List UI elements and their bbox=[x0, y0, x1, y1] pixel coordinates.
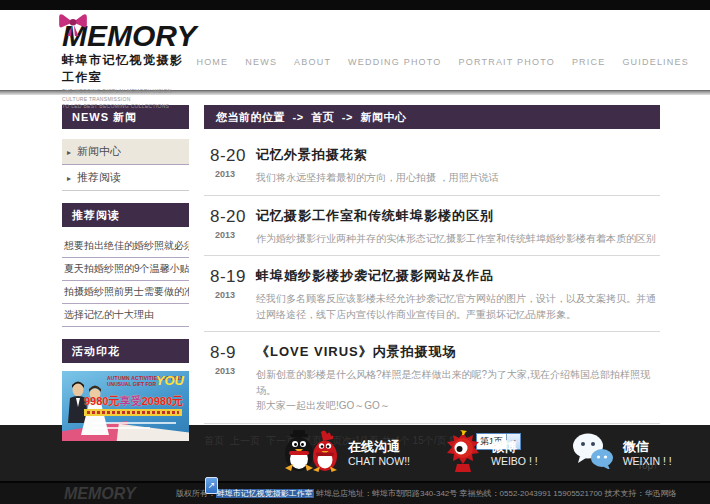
nav-portrait-photo[interactable]: PORTRAIT PHOTO bbox=[459, 57, 555, 71]
news-date-block: 8-19 2013 bbox=[204, 267, 252, 322]
arrow-bullet-icon bbox=[67, 140, 71, 165]
news-summary: 作为婚纱摄影行业两种并存的实体形态记忆摄影工作室和传统蚌埠婚纱影楼有着本质的区别 bbox=[256, 231, 660, 247]
banner-line2: UNUSUAL GIFT FOR bbox=[107, 381, 156, 387]
weixin-subtitle: WEIXIN ! ! bbox=[623, 455, 672, 467]
qq-chat-title: 在线沟通 bbox=[348, 439, 410, 455]
copyright-text: 版权所有：蚌埠市记忆视觉摄影工作室 蚌埠总店地址：蚌埠市朝阳路340-342号 … bbox=[176, 488, 677, 499]
news-date-block: 8-9 2013 bbox=[204, 343, 252, 414]
footer-logo: MEMORY bbox=[64, 485, 136, 503]
sidebar: NEWS 新闻 新闻中心 推荐阅读 推荐阅读 想要拍出绝佳的婚纱照就必须知 夏天… bbox=[62, 105, 189, 425]
recommend-link[interactable]: 想要拍出绝佳的婚纱照就必须知 bbox=[62, 235, 189, 258]
recommend-link[interactable]: 拍摄婚纱照前男士需要做的准备 bbox=[62, 281, 189, 304]
nav-home[interactable]: HOME bbox=[196, 57, 228, 71]
banner-you: YOU bbox=[156, 373, 184, 388]
news-title[interactable]: 蚌埠婚纱影楼抄袭记忆摄影网站及作品 bbox=[256, 267, 660, 285]
news-item: 8-20 2013 记忆摄影工作室和传统蚌埠影楼的区别 作为婚纱摄影行业两种并存… bbox=[204, 196, 660, 257]
sidebar-menu: 新闻中心 推荐阅读 bbox=[62, 139, 189, 191]
news-date: 8-20 bbox=[210, 207, 252, 227]
weixin-block[interactable]: 微信 WEIXIN ! ! bbox=[572, 433, 672, 473]
news-item: 8-20 2013 记忆外景拍摄花絮 我们将永远坚持着最初的方向，用心拍摄 ，用… bbox=[204, 135, 660, 196]
news-title[interactable]: 记忆摄影工作室和传统蚌埠影楼的区别 bbox=[256, 207, 660, 225]
logo-tagline: THE WEDDING DISPLAY MEMORY VISION CULTUR… bbox=[62, 88, 196, 111]
qq-penguins-icon bbox=[281, 430, 339, 476]
bottom-bar: MEMORY 版权所有：蚌埠市记忆视觉摄影工作室 蚌埠总店地址：蚌埠市朝阳路34… bbox=[0, 481, 710, 504]
news-item: 8-9 2013 《LOVE VIRUS》内景拍摄现场 创新创意的影楼是什么风格… bbox=[204, 332, 660, 424]
news-date-block: 8-20 2013 bbox=[204, 207, 252, 247]
site-header: MEMORY 蚌埠市记忆视觉摄影工作室 THE WEDDING DISPLAY … bbox=[0, 10, 710, 90]
sidebar-item-label: 推荐阅读 bbox=[77, 171, 121, 183]
breadcrumb-current[interactable]: 新闻中心 bbox=[360, 111, 406, 123]
banner-price: 9980元享受20980元 bbox=[84, 394, 183, 409]
news-date: 8-20 bbox=[210, 146, 252, 166]
breadcrumb-arrow: -> bbox=[293, 111, 304, 123]
breadcrumb: 您当前的位置 -> 首页 -> 新闻中心 bbox=[204, 105, 660, 129]
weibo-block[interactable]: 微博 WEIBO ! ! bbox=[444, 430, 538, 476]
arrow-bullet-icon bbox=[67, 166, 71, 191]
qq-chat-block[interactable]: 在线沟通 CHAT NOW!! bbox=[281, 430, 410, 476]
pink-bow-icon bbox=[59, 13, 87, 41]
news-summary: 创新创意的影楼是什么风格?样照是怎样做出来的呢?为了大家,现在介绍韩国总部拍样照… bbox=[256, 367, 660, 414]
sidebar-recommend-header: 推荐阅读 bbox=[62, 203, 189, 227]
news-item: 8-19 2013 蚌埠婚纱影楼抄袭记忆摄影网站及作品 经我们多名顾客反应该影楼… bbox=[204, 256, 660, 332]
news-year: 2013 bbox=[210, 366, 252, 376]
sidebar-item-recommend[interactable]: 推荐阅读 bbox=[62, 165, 189, 191]
breadcrumb-arrow: -> bbox=[342, 111, 353, 123]
news-summary: 经我们多名顾客反应该影楼未经允许抄袭记忆官方网站的图片，设计，以及文案拷贝。并通… bbox=[256, 291, 660, 322]
content-column: 您当前的位置 -> 首页 -> 新闻中心 8-20 2013 记忆外景拍摄花絮 … bbox=[204, 105, 660, 425]
main-nav: HOME NEWS ABOUT WEDDING PHOTO PORTRAIT P… bbox=[196, 57, 688, 71]
weibo-title: 微博 bbox=[491, 439, 538, 455]
nav-price[interactable]: PRICE bbox=[572, 57, 606, 71]
breadcrumb-home[interactable]: 首页 bbox=[311, 111, 334, 123]
wechat-icon bbox=[572, 433, 614, 473]
banner-fineprint-line bbox=[92, 422, 176, 424]
sidebar-item-news-center[interactable]: 新闻中心 bbox=[62, 139, 189, 165]
news-year: 2013 bbox=[210, 169, 252, 179]
recommend-list: 想要拍出绝佳的婚纱照就必须知 夏天拍婚纱照的9个温馨小贴士 拍摄婚纱照前男士需要… bbox=[62, 235, 189, 327]
news-year: 2013 bbox=[210, 230, 252, 240]
qq-chat-subtitle: CHAT NOW!! bbox=[348, 455, 410, 467]
recommend-link[interactable]: 选择记忆的十大理由 bbox=[62, 304, 189, 327]
pagination-prev[interactable]: 上一页 bbox=[230, 434, 260, 448]
logo-subtitle: 蚌埠市记忆视觉摄影工作室 bbox=[62, 52, 196, 86]
news-title[interactable]: 记忆外景拍摄花絮 bbox=[256, 146, 660, 164]
weibo-icon bbox=[444, 430, 482, 476]
banner-yellow-strip bbox=[84, 409, 182, 416]
news-title[interactable]: 《LOVE VIRUS》内景拍摄现场 bbox=[256, 343, 660, 361]
footer-address-hotline: 蚌埠总店地址：蚌埠市朝阳路340-342号 幸福热线：0552-2043991 … bbox=[316, 489, 677, 498]
studio-name-highlighted: 蚌埠市记忆视觉摄影工作室 bbox=[216, 489, 314, 498]
news-date-block: 8-20 2013 bbox=[204, 146, 252, 186]
news-summary: 我们将永远坚持着最初的方向，用心拍摄 ，用照片说话 bbox=[256, 170, 660, 186]
nav-wedding-photo[interactable]: WEDDING PHOTO bbox=[348, 57, 441, 71]
sidebar-promo-header: 活动印花 bbox=[62, 339, 189, 363]
weixin-title: 微信 bbox=[623, 439, 672, 455]
nav-about[interactable]: ABOUT bbox=[294, 57, 331, 71]
logo[interactable]: MEMORY 蚌埠市记忆视觉摄影工作室 THE WEDDING DISPLAY … bbox=[62, 10, 196, 90]
ie-accelerator-arrow-icon[interactable] bbox=[205, 477, 218, 494]
pagination-first[interactable]: 首页 bbox=[204, 434, 224, 448]
nav-news[interactable]: NEWS bbox=[245, 57, 277, 71]
breadcrumb-prefix: 您当前的位置 bbox=[216, 111, 285, 123]
news-date: 8-19 bbox=[210, 267, 252, 287]
news-date: 8-9 bbox=[210, 343, 252, 363]
news-list: 8-20 2013 记忆外景拍摄花絮 我们将永远坚持着最初的方向，用心拍摄 ，用… bbox=[204, 135, 660, 424]
promo-banner[interactable]: AUTUMN ACTIVITIES OF 2013 UNUSUAL GIFT F… bbox=[62, 371, 189, 441]
news-year: 2013 bbox=[210, 290, 252, 300]
top-black-bar bbox=[0, 0, 710, 10]
sidebar-item-label: 新闻中心 bbox=[77, 145, 121, 157]
banner-fineprint-line bbox=[92, 427, 150, 429]
weibo-subtitle: WEIBO ! ! bbox=[491, 455, 538, 467]
recommend-link[interactable]: 夏天拍婚纱照的9个温馨小贴士 bbox=[62, 258, 189, 281]
nav-guidelines[interactable]: GUIDELINES bbox=[622, 57, 689, 71]
